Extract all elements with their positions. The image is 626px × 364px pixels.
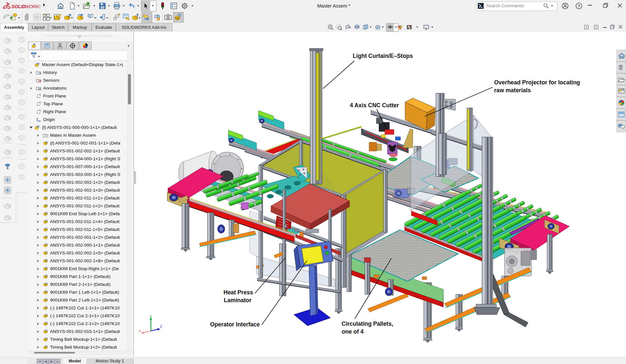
- svg-text:Operator Interface: Operator Interface: [210, 321, 260, 328]
- svg-text:Y: Y: [150, 315, 152, 319]
- svg-text:!: !: [158, 17, 159, 21]
- svg-text:Z: Z: [160, 324, 162, 328]
- svg-text:raw materials: raw materials: [494, 87, 531, 94]
- svg-text:Heat Press: Heat Press: [224, 289, 253, 296]
- svg-text:4 Axis CNC Cutter: 4 Axis CNC Cutter: [350, 102, 399, 109]
- svg-text:SOLID: SOLID: [11, 4, 26, 9]
- svg-text:X: X: [138, 329, 141, 333]
- svg-text:Laminator: Laminator: [224, 297, 252, 303]
- svg-text:Circulating Pallets,: Circulating Pallets,: [342, 321, 393, 327]
- svg-text:one of 4: one of 4: [342, 328, 364, 335]
- svg-text:Overhead Projector for locatin: Overhead Projector for locating: [494, 79, 580, 86]
- svg-text:?: ?: [578, 4, 580, 9]
- svg-text:WORKS: WORKS: [25, 4, 40, 9]
- svg-text:Light Curtain/E–Stops: Light Curtain/E–Stops: [353, 53, 413, 59]
